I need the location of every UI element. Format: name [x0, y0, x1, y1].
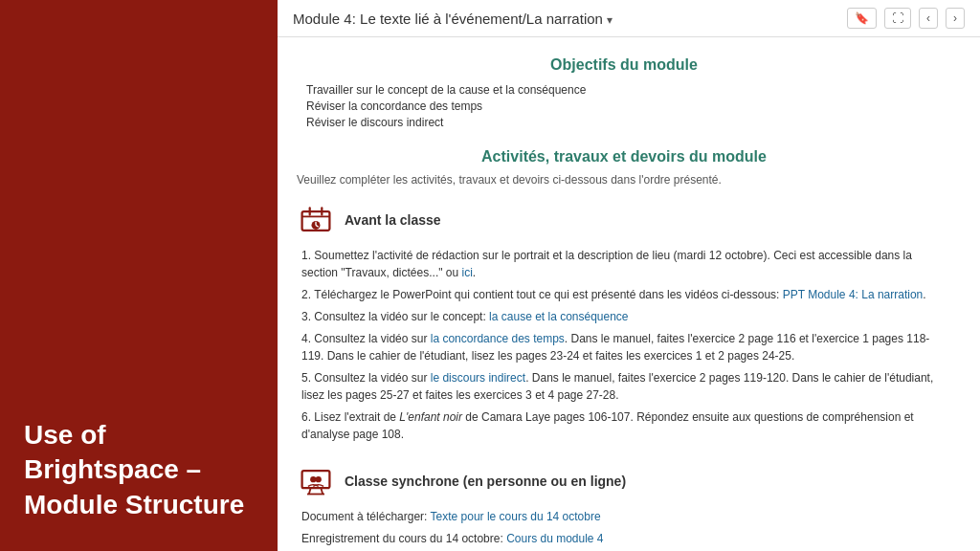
- avant-block: Avant la classe 1. Soumettez l'activité …: [297, 201, 951, 443]
- topbar-icons: 🔖 ⛶ ‹ ›: [847, 8, 965, 29]
- module-title-dropdown-arrow[interactable]: ▾: [607, 13, 612, 27]
- cours-module4-link[interactable]: Cours du module 4: [506, 532, 603, 545]
- ici-link-1[interactable]: ici: [461, 266, 472, 279]
- expand-icon: ⛶: [892, 11, 903, 25]
- svg-point-12: [316, 476, 322, 482]
- objectives-title: Objectifs du module: [297, 56, 951, 74]
- prev-button[interactable]: ‹: [919, 8, 938, 29]
- list-item: 4. Consultez la vidéo sur la concordance…: [301, 330, 951, 364]
- classe-header: Classe synchrone (en personne ou en lign…: [297, 462, 951, 500]
- sidebar-heading: Use of Brightspace – Module Structure: [24, 418, 254, 522]
- list-item: 3. Consultez la vidéo sur le concept: la…: [301, 308, 951, 325]
- texte-cours-link[interactable]: Texte pour le cours du 14 octobre: [431, 510, 601, 523]
- activities-intro: Veuillez compléter les activités, travau…: [297, 173, 951, 187]
- expand-button[interactable]: ⛶: [884, 8, 911, 29]
- discours-indirect-link[interactable]: le discours indirect: [431, 371, 525, 385]
- classe-block: Classe synchrone (en personne ou en lign…: [297, 462, 951, 551]
- classe-title: Classe synchrone (en personne ou en lign…: [345, 474, 626, 489]
- topbar: Module 4: Le texte lié à l'événement/La …: [278, 0, 980, 37]
- ppt-module4-link[interactable]: PPT Module 4: La narration: [783, 288, 924, 301]
- cause-consequence-link[interactable]: la cause et la conséquence: [489, 310, 628, 323]
- list-item: Travailler sur le concept de la cause et…: [306, 83, 951, 97]
- concordance-link[interactable]: la concordance des temps: [431, 332, 565, 345]
- list-item: Réviser le discours indirect: [306, 116, 951, 129]
- bookmark-button[interactable]: 🔖: [847, 8, 877, 29]
- list-item: Enregistrement du cours du 14 octobre: C…: [301, 530, 951, 547]
- prev-icon: ‹: [926, 11, 930, 25]
- avant-icon: [297, 201, 335, 239]
- module-title-text: Module 4: Le texte lié à l'événement/La …: [293, 11, 603, 27]
- module-title: Module 4: Le texte lié à l'événement/La …: [293, 11, 612, 27]
- avant-title: Avant la classe: [345, 212, 441, 228]
- list-item: Réviser la concordance des temps: [306, 99, 951, 113]
- next-icon: ›: [953, 11, 957, 25]
- objectives-list: Travailler sur le concept de la cause et…: [297, 83, 951, 129]
- next-button[interactable]: ›: [946, 8, 965, 29]
- avant-items: 1. Soumettez l'activité de rédaction sur…: [297, 247, 951, 443]
- list-item: 6. Lisez l'extrait de L'enfant noir de C…: [301, 408, 951, 443]
- sidebar: Use of Brightspace – Module Structure: [0, 0, 278, 551]
- list-item: 2. Téléchargez le PowerPoint qui contien…: [301, 286, 951, 303]
- list-item: 1. Soumettez l'activité de rédaction sur…: [301, 247, 951, 281]
- classe-items: Document à télécharger: Texte pour le co…: [297, 508, 951, 551]
- bookmark-icon: 🔖: [855, 11, 869, 25]
- list-item: Document à télécharger: Texte pour le co…: [301, 508, 951, 525]
- avant-header: Avant la classe: [297, 201, 951, 239]
- main-area: Module 4: Le texte lié à l'événement/La …: [278, 0, 980, 551]
- content-area: Objectifs du module Travailler sur le co…: [278, 37, 980, 551]
- activities-title: Activités, travaux et devoirs du module: [297, 148, 951, 165]
- list-item: 5. Consultez la vidéo sur le discours in…: [301, 369, 951, 404]
- svg-point-11: [310, 476, 316, 482]
- classe-icon: [297, 462, 335, 500]
